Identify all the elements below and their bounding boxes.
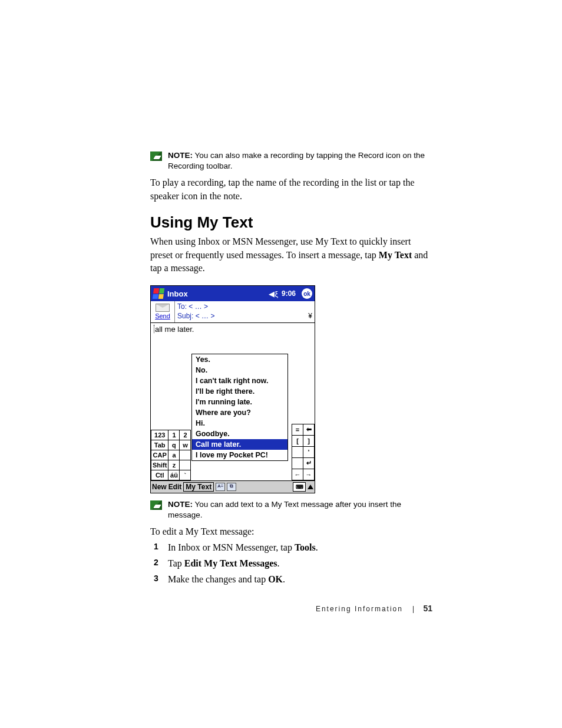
note-icon bbox=[150, 151, 162, 161]
envelope-icon bbox=[156, 304, 170, 312]
mytext-item[interactable]: I'll be right there. bbox=[192, 386, 287, 397]
mytext-item[interactable]: Hi. bbox=[192, 418, 287, 429]
mid-area: Yes. No. I can't talk right now. I'll be… bbox=[151, 354, 315, 480]
heading-using-my-text: Using My Text bbox=[150, 213, 432, 232]
pocketpc-screenshot: Inbox ◀ξ 9:06 ok Send To: < … > Subj: < … bbox=[150, 285, 315, 493]
mytext-item[interactable]: Goodbye. bbox=[192, 429, 287, 439]
page-footer: Entering Information | 51 bbox=[316, 604, 432, 613]
steps-list: In Inbox or MSN Messenger, tap Tools. Ta… bbox=[150, 541, 432, 587]
attach-icon[interactable]: ⧉ bbox=[227, 483, 236, 491]
note-body: You can also make a recording by tapping… bbox=[168, 151, 425, 170]
note-2-text: NOTE: You can add text to a My Text mess… bbox=[168, 499, 432, 521]
mytext-item[interactable]: Where are you? bbox=[192, 407, 287, 418]
note-1: NOTE: You can also make a recording by t… bbox=[150, 150, 432, 172]
keyboard-toggle-icon[interactable]: ⌨ bbox=[293, 482, 306, 492]
address-fields[interactable]: To: < … > Subj: < … > ¥ bbox=[175, 301, 315, 322]
note-label: NOTE: bbox=[168, 500, 193, 509]
send-area[interactable]: Send bbox=[151, 301, 175, 322]
app-title: Inbox bbox=[167, 289, 265, 298]
format-icon[interactable]: A≡ bbox=[216, 483, 225, 491]
send-link[interactable]: Send bbox=[155, 312, 170, 319]
note-body: You can add text to a My Text message af… bbox=[168, 500, 401, 519]
start-flag-icon[interactable] bbox=[153, 288, 165, 299]
clock: 9:06 bbox=[282, 289, 296, 298]
message-body[interactable]: all me later. bbox=[151, 323, 315, 354]
mytext-item[interactable]: I can't talk right now. bbox=[192, 375, 287, 386]
mytext-item[interactable]: No. bbox=[192, 365, 287, 375]
step-3: Make the changes and tap OK. bbox=[150, 572, 432, 587]
mytext-item[interactable]: I love my Pocket PC! bbox=[192, 450, 287, 460]
bottom-toolbar: New Edit My Text A≡ ⧉ ⌨ bbox=[151, 480, 315, 493]
para-mytext-intro: When using Inbox or MSN Messenger, use M… bbox=[150, 235, 432, 275]
note-label: NOTE: bbox=[168, 151, 193, 160]
message-header: Send To: < … > Subj: < … > ¥ bbox=[151, 301, 315, 322]
para-edit-intro: To edit a My Text message: bbox=[150, 525, 432, 538]
edit-button[interactable]: Edit bbox=[168, 483, 182, 491]
step-2: Tap Edit My Text Messages. bbox=[150, 556, 432, 571]
chevron-down-icon[interactable]: ¥ bbox=[308, 312, 312, 321]
note-1-text: NOTE: You can also make a recording by t… bbox=[168, 150, 432, 172]
mytext-item[interactable]: I'm running late. bbox=[192, 397, 287, 407]
keyboard-left[interactable]: 12312 Tabqw CAPa Shiftz Ctláü` bbox=[151, 430, 191, 480]
footer-section: Entering Information bbox=[316, 605, 403, 613]
page-number: 51 bbox=[423, 604, 432, 613]
page-content: NOTE: You can also make a recording by t… bbox=[0, 0, 562, 587]
mytext-popup: Yes. No. I can't talk right now. I'll be… bbox=[191, 354, 288, 461]
note-2: NOTE: You can add text to a My Text mess… bbox=[150, 499, 432, 521]
up-arrow-icon[interactable] bbox=[308, 485, 313, 489]
keyboard-right[interactable]: =⬅ [] ' ↵ ←→ bbox=[292, 424, 315, 480]
ok-button[interactable]: ok bbox=[302, 288, 312, 299]
mytext-item[interactable]: Yes. bbox=[192, 354, 287, 365]
step-1: In Inbox or MSN Messenger, tap Tools. bbox=[150, 541, 432, 555]
mytext-item-selected[interactable]: Call me later. bbox=[192, 439, 287, 450]
mytext-button[interactable]: My Text bbox=[183, 482, 214, 492]
para-play-recording: To play a recording, tap the name of the… bbox=[150, 176, 432, 203]
titlebar: Inbox ◀ξ 9:06 ok bbox=[151, 286, 315, 301]
new-button[interactable]: New bbox=[152, 483, 167, 491]
speaker-icon[interactable]: ◀ξ bbox=[269, 289, 278, 298]
note-icon bbox=[150, 500, 162, 510]
